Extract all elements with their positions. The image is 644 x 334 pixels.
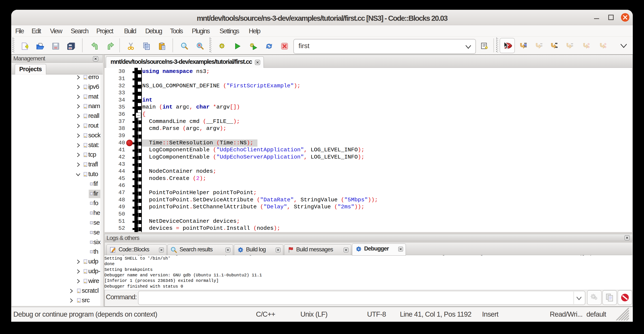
svg-text:R: R — [198, 44, 201, 47]
